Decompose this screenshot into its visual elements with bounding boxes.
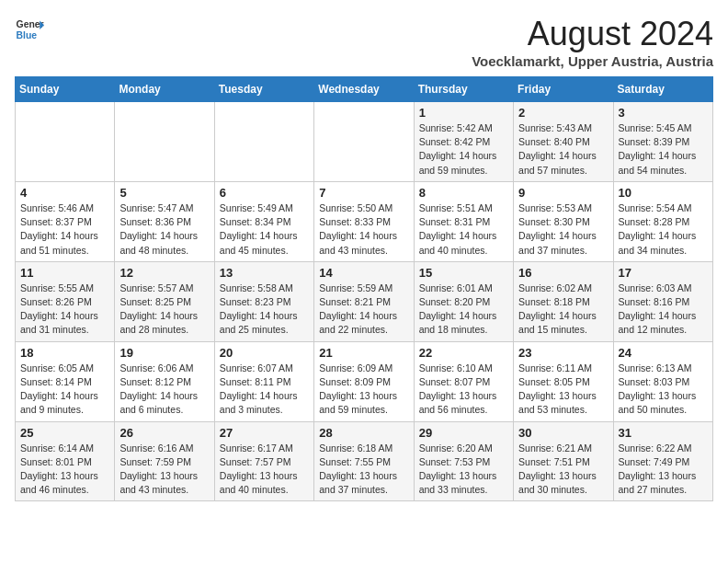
day-info: Sunrise: 5:42 AMSunset: 8:42 PMDaylight:… xyxy=(419,121,508,178)
day-info: Sunrise: 6:21 AMSunset: 7:51 PMDaylight:… xyxy=(518,442,608,498)
calendar-cell: 1Sunrise: 5:42 AMSunset: 8:42 PMDaylight… xyxy=(414,102,513,182)
day-info: Sunrise: 5:50 AMSunset: 8:33 PMDaylight:… xyxy=(319,201,408,258)
calendar-cell: 25Sunrise: 6:14 AMSunset: 8:01 PMDayligh… xyxy=(16,421,115,501)
weekday-header-saturday: Saturday xyxy=(613,77,712,102)
day-number: 4 xyxy=(20,186,109,200)
day-info: Sunrise: 6:02 AMSunset: 8:18 PMDaylight:… xyxy=(518,282,608,338)
calendar-week-row: 1Sunrise: 5:42 AMSunset: 8:42 PMDaylight… xyxy=(16,102,713,182)
day-info: Sunrise: 6:18 AMSunset: 7:55 PMDaylight:… xyxy=(319,442,408,498)
calendar-cell: 3Sunrise: 5:45 AMSunset: 8:39 PMDaylight… xyxy=(613,102,712,182)
day-number: 22 xyxy=(419,346,508,360)
weekday-header-wednesday: Wednesday xyxy=(314,77,414,102)
calendar-cell: 5Sunrise: 5:47 AMSunset: 8:36 PMDaylight… xyxy=(115,181,214,261)
weekday-header-sunday: Sunday xyxy=(16,77,115,102)
day-info: Sunrise: 5:54 AMSunset: 8:28 PMDaylight:… xyxy=(619,201,708,258)
day-number: 26 xyxy=(119,426,209,440)
day-info: Sunrise: 5:53 AMSunset: 8:30 PMDaylight:… xyxy=(518,201,608,258)
calendar-cell: 30Sunrise: 6:21 AMSunset: 7:51 PMDayligh… xyxy=(514,421,613,501)
day-number: 23 xyxy=(518,346,608,360)
calendar-week-row: 11Sunrise: 5:55 AMSunset: 8:26 PMDayligh… xyxy=(16,261,713,341)
day-number: 9 xyxy=(518,186,608,200)
weekday-header-friday: Friday xyxy=(514,77,613,102)
calendar-cell: 2Sunrise: 5:43 AMSunset: 8:40 PMDaylight… xyxy=(514,102,613,182)
day-number: 28 xyxy=(319,426,408,440)
day-number: 30 xyxy=(518,426,608,440)
calendar-cell: 15Sunrise: 6:01 AMSunset: 8:20 PMDayligh… xyxy=(414,261,513,341)
day-info: Sunrise: 5:47 AMSunset: 8:36 PMDaylight:… xyxy=(119,201,209,258)
day-number: 1 xyxy=(419,106,508,120)
day-number: 16 xyxy=(518,266,608,280)
day-info: Sunrise: 6:22 AMSunset: 7:49 PMDaylight:… xyxy=(619,442,708,498)
calendar-cell xyxy=(314,102,414,182)
day-number: 31 xyxy=(619,426,708,440)
day-number: 6 xyxy=(220,186,309,200)
logo-icon: General Blue xyxy=(15,15,44,44)
calendar-cell: 31Sunrise: 6:22 AMSunset: 7:49 PMDayligh… xyxy=(613,421,712,501)
calendar-cell: 24Sunrise: 6:13 AMSunset: 8:03 PMDayligh… xyxy=(613,341,712,421)
day-info: Sunrise: 6:16 AMSunset: 7:59 PMDaylight:… xyxy=(119,442,209,498)
day-number: 27 xyxy=(220,426,309,440)
weekday-header-row: SundayMondayTuesdayWednesdayThursdayFrid… xyxy=(16,77,713,102)
title-area: August 2024 Voecklamarkt, Upper Austria,… xyxy=(472,15,713,69)
calendar-cell: 17Sunrise: 6:03 AMSunset: 8:16 PMDayligh… xyxy=(613,261,712,341)
day-number: 17 xyxy=(619,266,708,280)
day-info: Sunrise: 5:59 AMSunset: 8:21 PMDaylight:… xyxy=(319,282,408,338)
weekday-header-monday: Monday xyxy=(115,77,214,102)
day-number: 19 xyxy=(119,346,209,360)
calendar-cell: 26Sunrise: 6:16 AMSunset: 7:59 PMDayligh… xyxy=(115,421,214,501)
calendar-cell: 13Sunrise: 5:58 AMSunset: 8:23 PMDayligh… xyxy=(214,261,313,341)
day-number: 13 xyxy=(220,266,309,280)
calendar-cell: 23Sunrise: 6:11 AMSunset: 8:05 PMDayligh… xyxy=(514,341,613,421)
calendar-cell: 6Sunrise: 5:49 AMSunset: 8:34 PMDaylight… xyxy=(214,181,313,261)
day-number: 7 xyxy=(319,186,408,200)
calendar-cell: 28Sunrise: 6:18 AMSunset: 7:55 PMDayligh… xyxy=(314,421,414,501)
day-info: Sunrise: 5:43 AMSunset: 8:40 PMDaylight:… xyxy=(518,121,608,178)
calendar-cell: 11Sunrise: 5:55 AMSunset: 8:26 PMDayligh… xyxy=(16,261,115,341)
day-info: Sunrise: 6:10 AMSunset: 8:07 PMDaylight:… xyxy=(419,362,508,418)
calendar-cell: 21Sunrise: 6:09 AMSunset: 8:09 PMDayligh… xyxy=(314,341,414,421)
day-info: Sunrise: 6:06 AMSunset: 8:12 PMDaylight:… xyxy=(119,362,209,418)
page-header: General Blue August 2024 Voecklamarkt, U… xyxy=(15,15,713,69)
day-number: 15 xyxy=(419,266,508,280)
calendar-cell: 9Sunrise: 5:53 AMSunset: 8:30 PMDaylight… xyxy=(514,181,613,261)
day-info: Sunrise: 6:11 AMSunset: 8:05 PMDaylight:… xyxy=(518,362,608,418)
day-info: Sunrise: 5:58 AMSunset: 8:23 PMDaylight:… xyxy=(220,282,309,338)
day-info: Sunrise: 5:55 AMSunset: 8:26 PMDaylight:… xyxy=(20,282,109,338)
day-number: 25 xyxy=(20,426,109,440)
day-number: 14 xyxy=(319,266,408,280)
day-info: Sunrise: 5:45 AMSunset: 8:39 PMDaylight:… xyxy=(619,121,708,178)
day-info: Sunrise: 6:13 AMSunset: 8:03 PMDaylight:… xyxy=(619,362,708,418)
calendar-week-row: 25Sunrise: 6:14 AMSunset: 8:01 PMDayligh… xyxy=(16,421,713,501)
location: Voecklamarkt, Upper Austria, Austria xyxy=(472,53,713,69)
calendar-cell: 8Sunrise: 5:51 AMSunset: 8:31 PMDaylight… xyxy=(414,181,513,261)
calendar-cell: 18Sunrise: 6:05 AMSunset: 8:14 PMDayligh… xyxy=(16,341,115,421)
calendar-cell: 16Sunrise: 6:02 AMSunset: 8:18 PMDayligh… xyxy=(514,261,613,341)
day-number: 3 xyxy=(619,106,708,120)
calendar-week-row: 4Sunrise: 5:46 AMSunset: 8:37 PMDaylight… xyxy=(16,181,713,261)
calendar-cell: 7Sunrise: 5:50 AMSunset: 8:33 PMDaylight… xyxy=(314,181,414,261)
calendar-cell: 19Sunrise: 6:06 AMSunset: 8:12 PMDayligh… xyxy=(115,341,214,421)
weekday-header-thursday: Thursday xyxy=(414,77,513,102)
calendar-cell: 4Sunrise: 5:46 AMSunset: 8:37 PMDaylight… xyxy=(16,181,115,261)
day-number: 18 xyxy=(20,346,109,360)
calendar-cell: 20Sunrise: 6:07 AMSunset: 8:11 PMDayligh… xyxy=(214,341,313,421)
calendar-cell: 29Sunrise: 6:20 AMSunset: 7:53 PMDayligh… xyxy=(414,421,513,501)
day-number: 10 xyxy=(619,186,708,200)
day-info: Sunrise: 6:05 AMSunset: 8:14 PMDaylight:… xyxy=(20,362,109,418)
day-info: Sunrise: 6:17 AMSunset: 7:57 PMDaylight:… xyxy=(220,442,309,498)
calendar-cell: 14Sunrise: 5:59 AMSunset: 8:21 PMDayligh… xyxy=(314,261,414,341)
day-number: 12 xyxy=(119,266,209,280)
day-number: 29 xyxy=(419,426,508,440)
calendar-week-row: 18Sunrise: 6:05 AMSunset: 8:14 PMDayligh… xyxy=(16,341,713,421)
day-info: Sunrise: 6:07 AMSunset: 8:11 PMDaylight:… xyxy=(220,362,309,418)
day-number: 24 xyxy=(619,346,708,360)
day-number: 8 xyxy=(419,186,508,200)
day-number: 20 xyxy=(220,346,309,360)
calendar-cell xyxy=(16,102,115,182)
day-info: Sunrise: 5:57 AMSunset: 8:25 PMDaylight:… xyxy=(119,282,209,338)
day-number: 5 xyxy=(119,186,209,200)
day-info: Sunrise: 6:03 AMSunset: 8:16 PMDaylight:… xyxy=(619,282,708,338)
day-info: Sunrise: 5:51 AMSunset: 8:31 PMDaylight:… xyxy=(419,201,508,258)
calendar-cell: 12Sunrise: 5:57 AMSunset: 8:25 PMDayligh… xyxy=(115,261,214,341)
day-info: Sunrise: 6:20 AMSunset: 7:53 PMDaylight:… xyxy=(419,442,508,498)
